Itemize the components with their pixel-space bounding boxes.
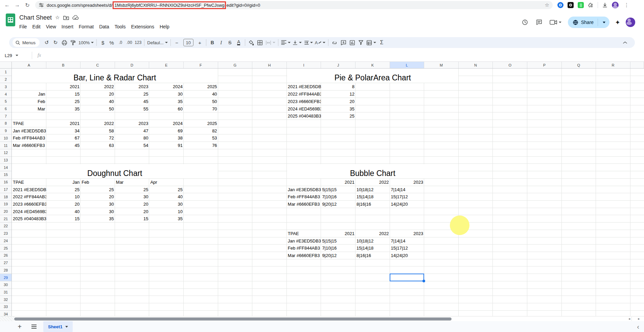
col-header-N[interactable]: N xyxy=(459,62,493,68)
cell-J7[interactable]: 25 xyxy=(321,112,355,120)
merged-title[interactable]: Pie & PolarArea Chart xyxy=(287,69,458,83)
cell-C17[interactable]: 25 xyxy=(80,186,115,194)
cell-E3[interactable]: 2024 xyxy=(149,83,184,91)
cell-J4[interactable]: 12 xyxy=(321,91,355,98)
bookmark-star-icon[interactable]: ☆ xyxy=(545,2,549,8)
side-panel-chevron-icon[interactable]: ‹ xyxy=(637,323,639,331)
document-title[interactable]: Chart Sheet xyxy=(19,14,52,21)
col-header-G[interactable]: G xyxy=(218,62,253,68)
cell-J23[interactable]: 2021 xyxy=(321,230,355,237)
cell-E19[interactable]: 30 xyxy=(149,201,184,208)
row-header-26[interactable]: 26 xyxy=(0,252,12,259)
row-header-22[interactable]: 22 xyxy=(0,223,12,230)
row-header-2[interactable]: 2 xyxy=(0,76,12,83)
row-header-29[interactable]: 29 xyxy=(0,274,12,281)
cell-I6[interactable]: 2024 #ED4569B3 xyxy=(287,105,321,113)
text-color-button[interactable]: A xyxy=(237,40,240,45)
sheets-logo-icon[interactable] xyxy=(6,14,15,26)
move-folder-icon[interactable] xyxy=(63,15,69,20)
col-header-P[interactable]: P xyxy=(527,62,562,68)
menu-file[interactable]: File xyxy=(17,23,30,30)
insert-comment-button[interactable] xyxy=(339,38,348,47)
downloads-icon[interactable] xyxy=(602,2,608,8)
comments-icon[interactable] xyxy=(535,18,544,27)
name-box[interactable]: L29 xyxy=(0,53,29,58)
row-header-18[interactable]: 18 xyxy=(0,193,12,201)
cell-E9[interactable]: 69 xyxy=(149,127,184,135)
row-header-33[interactable]: 33 xyxy=(0,303,12,311)
browser-menu-icon[interactable]: ⋮ xyxy=(624,2,629,8)
extension-icon-black[interactable] xyxy=(568,2,574,8)
print-button[interactable] xyxy=(60,38,69,47)
forward-icon[interactable]: → xyxy=(12,1,22,9)
row-header-17[interactable]: 17 xyxy=(0,186,12,194)
row-header-16[interactable]: 16 xyxy=(0,179,12,186)
cells-area[interactable]: Bar, Line & Radar ChartPie & PolarArea C… xyxy=(12,69,644,316)
cell-L17[interactable]: 7|14|14 xyxy=(390,186,424,194)
cell-I26[interactable]: Mar #6660EFB3 xyxy=(287,252,321,259)
cell-I23[interactable]: TPAE xyxy=(287,230,321,237)
fill-color-button[interactable] xyxy=(247,38,256,47)
row-header-3[interactable]: 3 xyxy=(0,83,12,91)
italic-button[interactable]: I xyxy=(217,38,226,47)
undo-button[interactable]: ↺ xyxy=(42,38,51,47)
col-header-L[interactable]: L xyxy=(390,62,424,68)
cell-C5[interactable]: 40 xyxy=(80,98,115,105)
create-filter-button[interactable] xyxy=(356,38,365,47)
cell-L19[interactable]: 14|24|20 xyxy=(390,201,424,208)
cell-L23[interactable]: 2023 xyxy=(390,230,424,237)
address-bar[interactable]: docs.google.com/spreadsheets/d/1MsbzRj6y… xyxy=(35,1,553,9)
cell-E6[interactable]: 60 xyxy=(149,105,184,113)
cell-D9[interactable]: 47 xyxy=(115,127,150,135)
cell-F3[interactable]: 2025 xyxy=(184,83,218,91)
sheet-tab-dropdown-icon[interactable] xyxy=(65,326,68,328)
cell-J6[interactable]: 35 xyxy=(321,105,355,113)
col-header-J[interactable]: J xyxy=(321,62,355,68)
cell-J24[interactable]: 5|15|15 xyxy=(321,237,355,245)
cell-D11[interactable]: 54 xyxy=(115,142,150,149)
cell-D10[interactable]: 80 xyxy=(115,134,150,142)
cell-L26[interactable]: 14|24|20 xyxy=(390,252,424,259)
col-header-R[interactable]: R xyxy=(596,62,630,68)
decrease-decimal-button[interactable]: .0 xyxy=(116,38,125,47)
cell-A6[interactable]: Mar xyxy=(12,105,46,113)
row-header-4[interactable]: 4 xyxy=(0,91,12,98)
row-header-31[interactable]: 31 xyxy=(0,289,12,296)
menu-help[interactable]: Help xyxy=(157,23,172,30)
cell-D6[interactable]: 55 xyxy=(115,105,150,113)
scroll-right-icon[interactable]: ► xyxy=(637,317,641,321)
cell-B5[interactable]: 25 xyxy=(46,98,81,105)
cell-D20[interactable]: 20 xyxy=(115,208,150,215)
account-avatar[interactable] xyxy=(626,18,635,27)
cell-A20[interactable]: 2024 #ED4569B3 xyxy=(12,208,46,215)
cell-L25[interactable]: 15|17|12 xyxy=(390,245,424,252)
site-settings-icon[interactable] xyxy=(39,2,44,8)
cell-B4[interactable]: 15 xyxy=(46,91,81,98)
cell-J5[interactable]: 20 xyxy=(321,98,355,105)
cell-B18[interactable]: 10 xyxy=(46,193,81,201)
fill-handle[interactable] xyxy=(422,280,425,282)
cell-C8[interactable]: 2022 xyxy=(80,120,115,127)
row-header-9[interactable]: 9 xyxy=(0,127,12,135)
col-header-B[interactable]: B xyxy=(46,62,81,68)
cell-I24[interactable]: Jan #E3ED5DB3 xyxy=(287,237,321,245)
cell-L24[interactable]: 7|14|14 xyxy=(390,237,424,245)
cell-A4[interactable]: Jan xyxy=(12,91,46,98)
cell-D17[interactable]: 25 xyxy=(115,186,150,194)
menu-format[interactable]: Format xyxy=(76,23,96,30)
cell-K18[interactable]: 15|14|18 xyxy=(355,193,390,201)
text-rotation-button[interactable]: A xyxy=(314,38,327,47)
cell-F8[interactable]: 2025 xyxy=(184,120,218,127)
horizontal-align-button[interactable] xyxy=(280,38,292,47)
cell-J19[interactable]: 9|20|12 xyxy=(321,201,355,208)
sheet-tab-active[interactable]: Sheet1 xyxy=(43,321,73,332)
cell-J25[interactable]: 7|10|16 xyxy=(321,245,355,252)
cell-C3[interactable]: 2022 xyxy=(80,83,115,91)
cell-K16[interactable]: 2022 xyxy=(355,179,390,186)
table-views-button[interactable] xyxy=(365,38,377,47)
cell-L16[interactable]: 2023 xyxy=(390,179,424,186)
cell-J16[interactable]: 2021 xyxy=(321,179,355,186)
row-header-7[interactable]: 7 xyxy=(0,112,12,120)
row-header-20[interactable]: 20 xyxy=(0,208,12,215)
cell-K23[interactable]: 2022 xyxy=(355,230,390,237)
